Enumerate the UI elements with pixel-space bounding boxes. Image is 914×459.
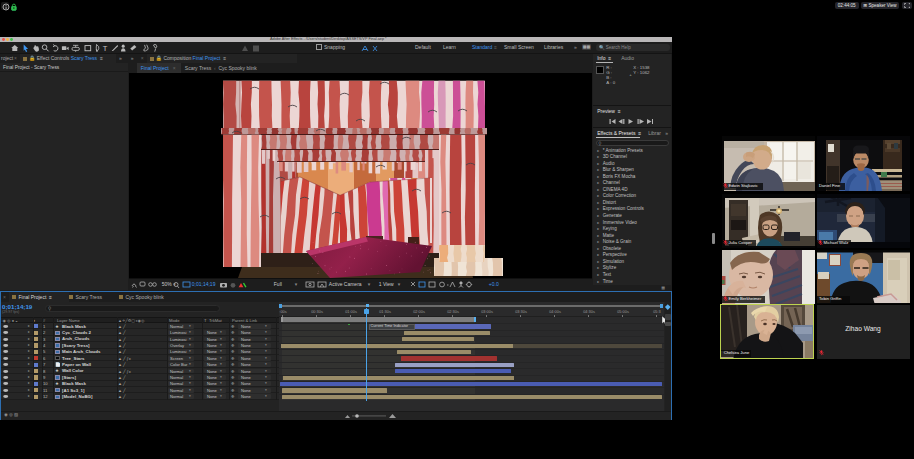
- svg-text:T: T: [103, 44, 108, 52]
